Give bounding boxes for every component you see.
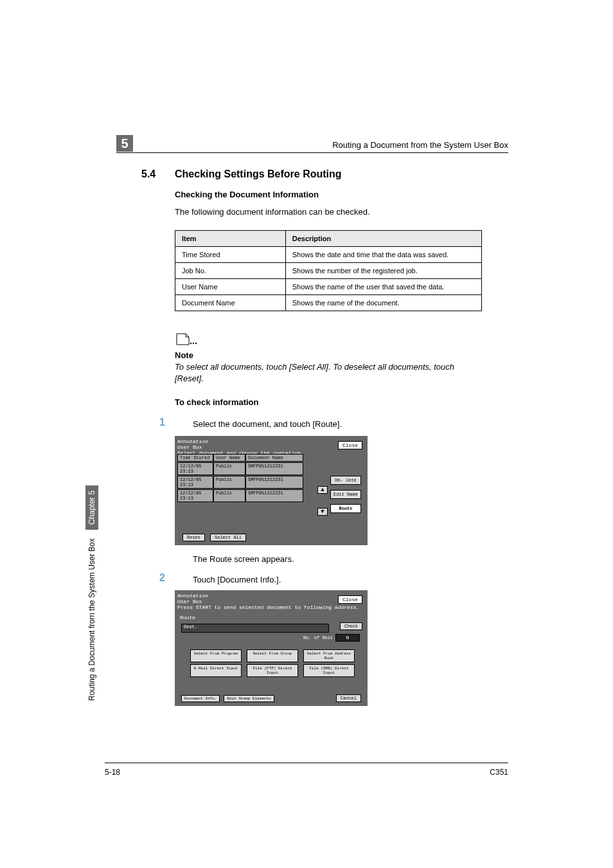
side-text: Routing a Document from the System User … — [87, 538, 96, 701]
table-row: Document Name Shows the name of the docu… — [175, 295, 482, 311]
select-all-button[interactable]: Select All — [210, 534, 246, 541]
cell-time: 12/12/05 23:13 — [177, 462, 213, 475]
cell-user: Public — [213, 462, 245, 475]
route-label: Route — [180, 615, 195, 620]
edit-name-button[interactable]: Edit Name — [330, 490, 361, 499]
cancel-button[interactable]: Cancel — [336, 694, 361, 702]
th-desc: Description — [285, 231, 481, 247]
cell-time: 12/12/05 23:13 — [177, 476, 213, 489]
th-doc: Document Name — [245, 454, 303, 462]
page-number: 5-18 — [105, 768, 120, 777]
cell-doc: SMFP051212231 — [245, 489, 303, 502]
cell-doc: SMFP051212231 — [245, 476, 303, 489]
section-number: 5.4 — [141, 168, 155, 180]
step-1-number: 1 — [159, 417, 165, 428]
cell-item: Job No. — [175, 263, 286, 279]
list-item[interactable]: 12/12/05 23:13 Public SMFP051212231 — [177, 462, 365, 475]
note-body: To select all documents, touch [Select A… — [175, 361, 477, 384]
svg-point-2 — [195, 343, 197, 344]
screen-subtitle: Press START to send selected document to… — [177, 604, 365, 610]
cell-desc: Shows the date and time that the data wa… — [285, 247, 481, 263]
step-1-text: Select the document, and touch [Route]. — [193, 419, 342, 429]
note-heading: Note — [175, 350, 193, 360]
touchscreen-route: Annotation User Box Press START to send … — [175, 590, 368, 706]
table-row: Time Stored Shows the date and time that… — [175, 247, 482, 263]
ftp-direct-input-button[interactable]: File (FTP) Direct Input — [247, 664, 298, 677]
step-1-result: The Route screen appears. — [193, 554, 294, 564]
chapter-badge: 5 — [116, 135, 133, 152]
document-info-button[interactable]: Document Info. — [181, 695, 220, 702]
cell-time: 12/12/05 23:13 — [177, 489, 213, 502]
header-rule — [116, 152, 508, 153]
svg-point-0 — [190, 343, 191, 344]
close-button[interactable]: Close — [338, 441, 362, 449]
scroll-down-icon[interactable]: ▼ — [317, 508, 328, 516]
cell-user: Public — [213, 489, 245, 502]
touchscreen-select-document: Annotation User Box Select document and … — [175, 436, 368, 545]
th-user: User Name — [213, 454, 245, 462]
check-button[interactable]: Check — [340, 622, 362, 630]
side-chapter: Chapter 5 — [85, 485, 98, 530]
cell-desc: Shows the name of the document. — [285, 295, 481, 311]
dest-count-label: No. of Dest. — [303, 635, 335, 640]
screen-title-l1: Annotation — [177, 439, 365, 444]
select-from-program-button[interactable]: Select From Program — [190, 649, 242, 662]
list-header: Time Stored User Name Document Name — [177, 454, 365, 462]
close-button[interactable]: Close — [338, 595, 362, 604]
step-2-number: 2 — [159, 572, 165, 584]
footer-rule — [105, 763, 508, 763]
subheading-check-info: To check information — [175, 397, 259, 407]
edit-stamp-elements-button[interactable]: Edit Stamp Elements — [224, 695, 274, 702]
model-number: C351 — [490, 768, 508, 777]
cell-desc: Shows the number of the registered job. — [285, 263, 481, 279]
select-from-group-button[interactable]: Select From Group — [247, 649, 298, 662]
scroll-up-icon[interactable]: ▲ — [317, 486, 328, 494]
table-row: User Name Shows the name of the user tha… — [175, 279, 482, 295]
th-item: Item — [175, 231, 286, 247]
cell-item: User Name — [175, 279, 286, 295]
svg-point-1 — [193, 343, 194, 344]
screen-title-l2: User Box — [177, 599, 365, 604]
running-header: Routing a Document from the System User … — [332, 140, 508, 150]
reset-button[interactable]: Reset — [182, 534, 205, 541]
table-row: Job No. Shows the number of the register… — [175, 263, 482, 279]
route-button[interactable]: Route — [330, 504, 361, 513]
smb-direct-input-button[interactable]: File (SMB) Direct Input — [303, 664, 355, 677]
select-from-address-book-button[interactable]: Select From Address Book — [303, 649, 355, 662]
cell-item: Document Name — [175, 295, 286, 311]
step-2-text: Touch [Document Info.]. — [193, 575, 281, 584]
info-table: Item Description Time Stored Shows the d… — [175, 230, 482, 311]
dest-count-value: 0 — [335, 634, 360, 642]
cell-desc: Shows the name of the user that saved th… — [285, 279, 481, 295]
scroll-arrows: ▲ ▼ — [317, 486, 328, 530]
cell-doc: SMFP051212231 — [245, 462, 303, 475]
note-icon — [175, 332, 197, 349]
delete-button[interactable]: De- lete — [330, 476, 361, 485]
dest-field[interactable]: Dest. — [181, 624, 329, 633]
cell-user: Public — [213, 476, 245, 489]
screen-title-l1: Annotation — [177, 593, 365, 599]
th-time: Time Stored — [177, 454, 213, 462]
section-title: Checking Settings Before Routing — [175, 168, 342, 180]
intro-text: The following document information can b… — [175, 207, 370, 217]
screen-title-l2: User Box — [177, 444, 365, 450]
side-running-text: Routing a Document from the System User … — [87, 485, 96, 701]
email-direct-input-button[interactable]: E-Mail Direct Input — [190, 664, 242, 677]
subheading-doc-info: Checking the Document Information — [175, 190, 319, 199]
cell-item: Time Stored — [175, 247, 286, 263]
